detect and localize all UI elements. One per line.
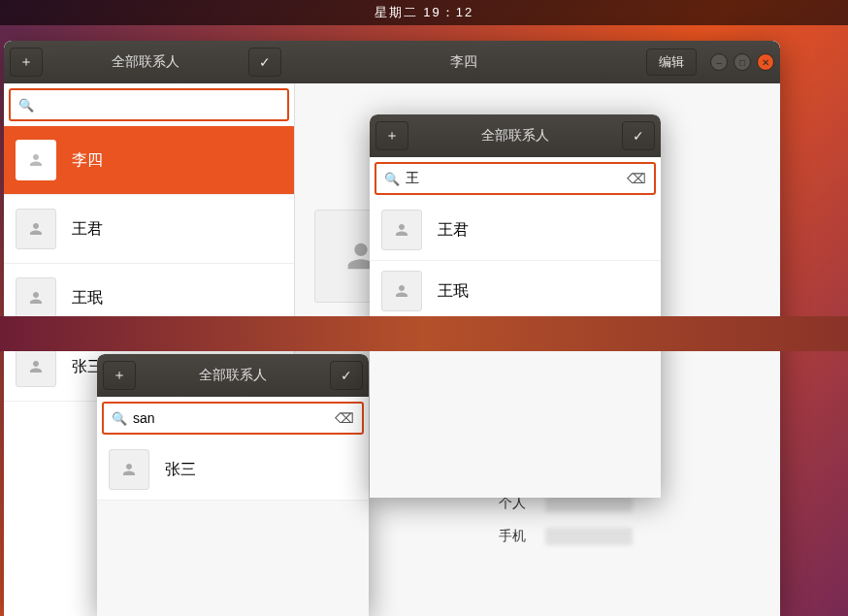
plus-icon: ＋ [385, 127, 399, 145]
contact-name: 王君 [72, 219, 103, 240]
contact-name: 张三 [165, 460, 196, 480]
edit-button[interactable]: 编辑 [646, 49, 697, 76]
search-input[interactable] [406, 171, 621, 186]
select-mode-button[interactable]: ✓ [248, 48, 281, 77]
check-icon: ✓ [633, 128, 644, 144]
select-mode-button[interactable]: ✓ [622, 121, 655, 150]
check-icon: ✓ [259, 54, 271, 70]
contact-name: 李四 [72, 150, 103, 171]
contact-row[interactable]: 张三 [97, 439, 369, 501]
add-button[interactable]: ＋ [103, 361, 136, 390]
titlebar: ＋ 全部联系人 ✓ 李四 编辑 – □ ✕ [4, 41, 780, 83]
sidebar-title: 全部联系人 [414, 127, 616, 145]
contacts-sidebar: 🔍 ⌫ 张三 [97, 397, 369, 501]
clear-icon[interactable]: ⌫ [627, 171, 646, 186]
minimize-button[interactable]: – [710, 53, 728, 71]
contact-name: 王珉 [438, 281, 469, 302]
avatar-icon [16, 346, 56, 387]
search-input[interactable] [133, 410, 329, 426]
add-button[interactable]: ＋ [375, 121, 408, 150]
contact-row[interactable]: 王珉 [370, 261, 661, 322]
avatar-icon [16, 277, 56, 318]
search-field[interactable]: 🔍 ⌫ [102, 402, 364, 435]
contact-row[interactable]: 李四 [4, 126, 294, 195]
search-field[interactable]: 🔍 [9, 88, 289, 121]
clock: 星期二 19：12 [375, 4, 474, 21]
search-field[interactable]: 🔍 ⌫ [375, 162, 656, 195]
contact-name: 王君 [438, 220, 469, 241]
select-mode-button[interactable]: ✓ [330, 361, 363, 390]
sidebar-title: 全部联系人 [49, 53, 243, 71]
contact-row[interactable]: 王君 [370, 200, 661, 261]
contact-row[interactable]: 王君 [4, 195, 294, 264]
sidebar-title: 全部联系人 [142, 367, 324, 384]
plus-icon: ＋ [19, 53, 33, 71]
search-icon: 🔍 [112, 411, 127, 426]
plus-icon: ＋ [113, 367, 126, 384]
avatar-icon [381, 271, 422, 311]
avatar-icon [16, 140, 56, 180]
maximize-button[interactable]: □ [734, 53, 751, 71]
add-button[interactable]: ＋ [10, 48, 43, 77]
close-button[interactable]: ✕ [757, 53, 774, 71]
field-value-redacted [545, 528, 633, 545]
avatar-icon [16, 209, 56, 249]
check-icon: ✓ [341, 368, 352, 383]
desktop-topbar: 星期二 19：12 [0, 0, 848, 25]
search-input[interactable] [40, 97, 279, 113]
window-controls: – □ ✕ [710, 53, 774, 71]
contacts-window-san: ＋ 全部联系人 ✓ 🔍 ⌫ 张三 [97, 354, 369, 616]
contacts-window-wang: ＋ 全部联系人 ✓ 🔍 ⌫ 王君 王珉 [370, 114, 661, 498]
search-icon: 🔍 [384, 172, 400, 186]
detail-title: 李四 [287, 53, 640, 71]
titlebar: ＋ 全部联系人 ✓ [370, 114, 661, 157]
avatar-icon [381, 210, 422, 250]
field-label: 手机 [499, 528, 526, 545]
search-icon: 🔍 [18, 98, 34, 113]
titlebar: ＋ 全部联系人 ✓ [97, 354, 369, 397]
clear-icon[interactable]: ⌫ [335, 410, 354, 426]
contact-name: 王珉 [72, 288, 103, 308]
contacts-sidebar: 🔍 ⌫ 王君 王珉 [370, 157, 661, 322]
avatar-icon [109, 449, 149, 490]
